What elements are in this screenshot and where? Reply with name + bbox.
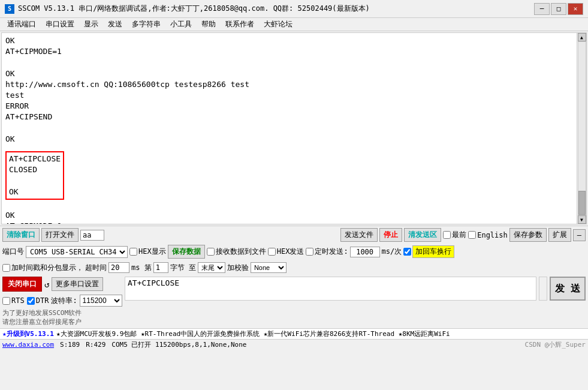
send-input-row: 发 送 [125, 277, 586, 301]
menu-display[interactable]: 显示 [79, 18, 103, 31]
rts-dtr-row: RTS DTR 波特率: 115200 [2, 295, 122, 307]
rts-checkbox[interactable] [2, 297, 10, 305]
timed-send-checkbox[interactable] [306, 248, 313, 256]
port-label: 端口号 [2, 247, 24, 257]
menu-serial-settings[interactable]: 串口设置 [41, 18, 79, 31]
menu-contact[interactable]: 联系作者 [221, 18, 259, 31]
baudrate-label: 波特率: [51, 296, 77, 306]
byte-to-label: 字节 至 [170, 263, 196, 273]
right-panel: 发 送 [125, 277, 586, 327]
menu-multistring[interactable]: 多字符串 [127, 18, 165, 31]
send-button[interactable]: 发 送 [550, 277, 586, 301]
csdn-watermark: CSDN @小辉_Super [525, 340, 586, 349]
terminal-area: OK AT+CIPMODE=1 OK http://www.cmsoft.cn … [1, 32, 587, 224]
status-bar: www.daxia.com S:189 R:429 COM5 已打开 11520… [0, 339, 588, 350]
bottom-main: 关闭串口 ↺ 更多串口设置 RTS DTR 波特率: [0, 275, 588, 328]
upgrade-link[interactable]: ★升级到V5.13.1 [2, 329, 54, 338]
close-button[interactable]: ✕ [568, 3, 583, 15]
bottom-controls: 清除窗口 打开文件 发送文件 停止 清发送区 最前 English 保存参数 扩… [0, 226, 588, 350]
send-input-area[interactable] [125, 277, 536, 301]
add-crlf-label[interactable]: 加回车换行 [403, 245, 454, 258]
app-title: SSCOM V5.13.1 串口/网络数据调试器,作者:大虾丁丁,2618058… [18, 4, 534, 14]
send-text-input[interactable] [80, 230, 104, 241]
scroll-up-arrow[interactable]: ▲ [578, 33, 586, 41]
timed-unit-label: ms/次 [382, 247, 402, 257]
menu-tools[interactable]: 小工具 [165, 18, 197, 31]
send-area-scrollbar[interactable] [539, 277, 547, 301]
add-crlf-checkbox[interactable] [403, 248, 411, 256]
recv-to-file-checkbox[interactable] [207, 248, 215, 256]
com-status: COM5 已打开 115200bps,8,1,None,None [111, 340, 246, 349]
open-file-button[interactable]: 打开文件 [41, 228, 79, 242]
app-icon: S [5, 4, 14, 14]
window-controls: ─ □ ✕ [534, 3, 583, 15]
send-file-button[interactable]: 发送文件 [340, 228, 378, 242]
main-content: OK AT+CIPMODE=1 OK http://www.cmsoft.cn … [0, 31, 588, 390]
expand-button[interactable]: 扩展 [548, 228, 571, 242]
byte-end-select[interactable]: 末尾 [198, 262, 225, 273]
baudrate-select[interactable]: 115200 [80, 295, 122, 307]
hex-send-checkbox[interactable] [268, 248, 276, 256]
stop-button[interactable]: 停止 [379, 228, 402, 242]
close-serial-button[interactable]: 关闭串口 [2, 277, 42, 292]
timeout-value-input[interactable] [108, 262, 129, 273]
english-checkbox[interactable] [468, 231, 476, 239]
timeout-label: 超时间 [85, 263, 107, 273]
english-checkbox-label[interactable]: English [468, 231, 508, 239]
clear-window-button[interactable]: 清除窗口 [2, 228, 40, 242]
add-timestamp-checkbox[interactable] [2, 264, 10, 272]
menu-bar: 通讯端口 串口设置 显示 发送 多字符串 小工具 帮助 联系作者 大虾论坛 [0, 18, 588, 31]
dtr-label[interactable]: DTR [27, 296, 49, 305]
clear-send-button[interactable]: 清发送区 [404, 228, 441, 242]
save-params-button[interactable]: 保存参数 [509, 228, 547, 242]
hex-display-checkbox[interactable] [129, 248, 137, 256]
scroll-thumb[interactable] [578, 191, 586, 215]
menu-send[interactable]: 发送 [103, 18, 127, 31]
menu-help[interactable]: 帮助 [197, 18, 221, 31]
port-select[interactable]: COM5 USB-SERIAL CH340 [26, 246, 128, 258]
dtr-checkbox[interactable] [27, 297, 35, 305]
byte-from-input[interactable] [153, 262, 168, 273]
hex-send-label[interactable]: HEX发送 [268, 247, 304, 257]
website-link[interactable]: www.daxia.com [2, 341, 54, 349]
last-checkbox-label[interactable]: 最前 [443, 230, 466, 240]
ticker-bar: ★升级到V5.13.1 ★大资源MCU开发板9.9包邮 ★RT-Thread中国… [0, 328, 588, 339]
checksum-label: 加校验 [227, 263, 249, 273]
terminal-highlight-box: AT+CIPCLOSE CLOSED OK [5, 151, 64, 200]
add-timestamp-label[interactable]: 加时间戳和分包显示， [2, 263, 83, 273]
maximize-button[interactable]: □ [551, 3, 566, 15]
save-data-button[interactable]: 保存数据 [168, 245, 205, 259]
hex-display-label[interactable]: HEX显示 [129, 247, 166, 257]
terminal-output: OK AT+CIPMODE=1 OK http://www.cmsoft.cn … [2, 33, 577, 224]
timed-send-label[interactable]: 定时发送: [306, 247, 348, 257]
last-checkbox[interactable] [443, 231, 451, 239]
title-bar: S SSCOM V5.13.1 串口/网络数据调试器,作者:大虾丁丁,26180… [0, 0, 588, 18]
timeout-unit: ms 第 [131, 263, 152, 273]
minimize-button[interactable]: ─ [534, 3, 550, 15]
r-count: R:429 [86, 341, 105, 349]
checksum-select[interactable]: None [251, 262, 287, 273]
terminal-scrollbar[interactable]: ▲ ▼ [577, 33, 586, 224]
expand-minus-button[interactable]: — [573, 229, 586, 241]
menu-forum[interactable]: 大虾论坛 [259, 18, 297, 31]
timed-value-input[interactable] [350, 247, 380, 257]
left-panel: 关闭串口 ↺ 更多串口设置 RTS DTR 波特率: [2, 277, 122, 327]
s-count: S:189 [60, 341, 80, 349]
recv-to-file-label[interactable]: 接收数据到文件 [207, 247, 266, 257]
refresh-icon[interactable]: ↺ [44, 280, 49, 289]
promo-text: 为了更好地发展SSCOM软件 请您注册嘉立创焊接尾客户 [2, 308, 122, 327]
menu-comm-port[interactable]: 通讯端口 [2, 18, 41, 31]
more-settings-button[interactable]: 更多串口设置 [52, 277, 103, 291]
rts-label[interactable]: RTS [2, 296, 25, 305]
scroll-down-arrow[interactable]: ▼ [578, 215, 586, 224]
scroll-track[interactable] [578, 41, 586, 215]
